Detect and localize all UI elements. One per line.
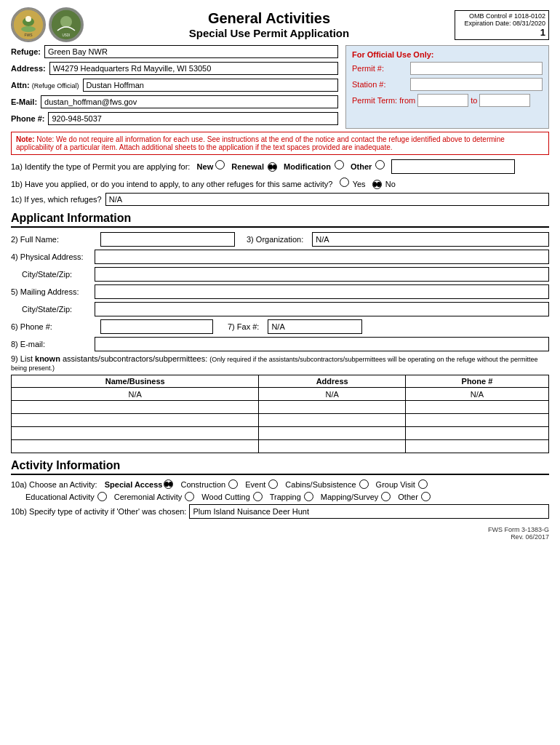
radio-no[interactable] <box>372 180 382 189</box>
radio-new[interactable] <box>215 160 225 170</box>
activity-row-1: 10a) Choose an Activity: Special Access … <box>11 479 549 489</box>
refuge-fields: Refuge: Address: Attn: (Refuge Official)… <box>11 45 338 129</box>
refuge-input[interactable] <box>44 45 338 58</box>
table-row <box>12 401 549 414</box>
radio-construction[interactable] <box>228 479 238 489</box>
sub-name-2 <box>12 401 259 414</box>
radio-renewal[interactable] <box>268 162 277 172</box>
cabins-label: Cabins/Subsistence <box>285 480 356 489</box>
app-email-input[interactable] <box>95 337 549 351</box>
radio-trapping[interactable] <box>304 492 313 501</box>
q1b-section: 1b) Have you applied, or do you intend t… <box>11 178 549 189</box>
mail-city-input[interactable] <box>95 302 549 316</box>
permit-term-from[interactable] <box>417 94 468 107</box>
svg-point-6 <box>60 16 72 28</box>
radio-woodcutting[interactable] <box>253 492 263 501</box>
full-name-input[interactable] <box>100 232 235 247</box>
email-label: E-Mail: <box>11 97 37 106</box>
q1a-section: 1a) Identify the type of Permit you are … <box>11 159 549 174</box>
svg-point-3 <box>25 16 31 22</box>
permit-input[interactable] <box>410 62 543 75</box>
mail-addr-label: 5) Mailing Address: <box>11 287 95 296</box>
trapping-label: Trapping <box>270 493 301 501</box>
permit-label: Permit #: <box>352 64 410 73</box>
email-input[interactable] <box>41 95 338 108</box>
org-label: 3) Organization: <box>247 235 303 244</box>
page-number: 1 <box>458 27 545 38</box>
q1c-input[interactable] <box>105 193 549 206</box>
radio-educational[interactable] <box>97 492 107 501</box>
logos: FWS USDI <box>11 7 84 42</box>
ceremonial-label: Ceremonial Activity <box>114 493 183 501</box>
radio-modification[interactable] <box>335 160 344 170</box>
radio-other[interactable] <box>375 160 385 170</box>
sub-name-4 <box>12 427 259 440</box>
radio-mapping[interactable] <box>381 492 391 501</box>
permit-term-row: Permit Term: from to <box>352 94 543 107</box>
address-input[interactable] <box>49 62 338 75</box>
permit-term-label: Permit Term: from <box>352 96 415 105</box>
sub-address-1: N/A <box>259 388 406 401</box>
phys-addr-input[interactable] <box>95 250 549 264</box>
app-phone-input[interactable] <box>100 319 213 334</box>
activity-row-2: Educational Activity Ceremonial Activity… <box>11 492 549 501</box>
other-label: Other <box>351 162 372 171</box>
org-input[interactable] <box>312 232 549 247</box>
applicant-info-heading: Applicant Information <box>11 212 549 228</box>
table-row <box>12 414 549 427</box>
other-activity-item: Other <box>398 492 431 501</box>
sub-address-2 <box>259 401 406 414</box>
official-use-title: For Official Use Only: <box>352 50 543 59</box>
radio-ceremonial[interactable] <box>185 492 194 501</box>
subtitle: Special Use Permit Application <box>84 27 455 39</box>
attn-input[interactable] <box>83 79 338 92</box>
permit-term-to-label: to <box>471 96 477 105</box>
educational-label: Educational Activity <box>25 493 95 501</box>
other-input[interactable] <box>391 159 515 174</box>
table-row <box>12 440 549 453</box>
attn-label: Attn: (Refuge Official) <box>11 81 79 89</box>
q1a-label: 1a) Identify the type of Permit you are … <box>11 162 213 171</box>
q10b-row: 10b) Specify type of activity if 'Other'… <box>11 504 549 519</box>
phys-city-row: City/State/Zip: <box>11 267 549 282</box>
note-text: Note: We do not require all information … <box>16 135 505 151</box>
mapping-item: Mapping/Survey <box>321 492 391 501</box>
event-item: Event <box>245 479 278 489</box>
station-row: Station #: <box>352 78 543 91</box>
no-label: No <box>385 180 396 188</box>
cabins-item: Cabins/Subsistence <box>285 479 368 489</box>
q1b-label: 1b) Have you applied, or do you intend t… <box>11 180 333 188</box>
construction-item: Construction <box>180 479 238 489</box>
app-email-label: 8) E-mail: <box>11 340 95 348</box>
col-phone-header: Phone # <box>405 375 548 388</box>
expiration-date: Expiration Date: 08/31/2020 <box>458 20 545 27</box>
omb-block: OMB Control # 1018-0102 Expiration Date:… <box>455 10 549 40</box>
sub-phone-3 <box>405 414 548 427</box>
radio-group-visit[interactable] <box>418 479 428 489</box>
permit-term-to[interactable] <box>479 94 530 107</box>
yes-label: Yes <box>353 180 366 188</box>
usdi-logo: USDI <box>49 7 84 42</box>
radio-other-activity[interactable] <box>421 492 431 501</box>
radio-event[interactable] <box>268 479 278 489</box>
phys-city-input[interactable] <box>95 267 549 282</box>
fax-input[interactable] <box>268 319 362 334</box>
svg-point-2 <box>21 26 36 32</box>
radio-yes[interactable] <box>340 178 349 187</box>
q10b-label: 10b) Specify type of activity if 'Other'… <box>11 507 186 516</box>
q1c-label: 1c) If yes, which refuges? <box>11 195 102 204</box>
sub-phone-2 <box>405 401 548 414</box>
station-input[interactable] <box>410 78 543 91</box>
mail-addr-input[interactable] <box>95 284 549 299</box>
main-title: General Activities <box>84 10 455 27</box>
mapping-label: Mapping/Survey <box>321 493 379 501</box>
sub-name-5 <box>12 440 259 453</box>
radio-cabins[interactable] <box>359 479 369 489</box>
ceremonial-item: Ceremonial Activity <box>114 492 195 501</box>
fws-logo: FWS <box>11 7 46 42</box>
radio-special-access[interactable] <box>164 479 173 489</box>
phys-addr-label: 4) Physical Address: <box>11 252 95 261</box>
special-access-label: Special Access <box>105 480 163 489</box>
phone-input[interactable] <box>48 112 338 125</box>
q10b-input[interactable] <box>189 504 549 519</box>
